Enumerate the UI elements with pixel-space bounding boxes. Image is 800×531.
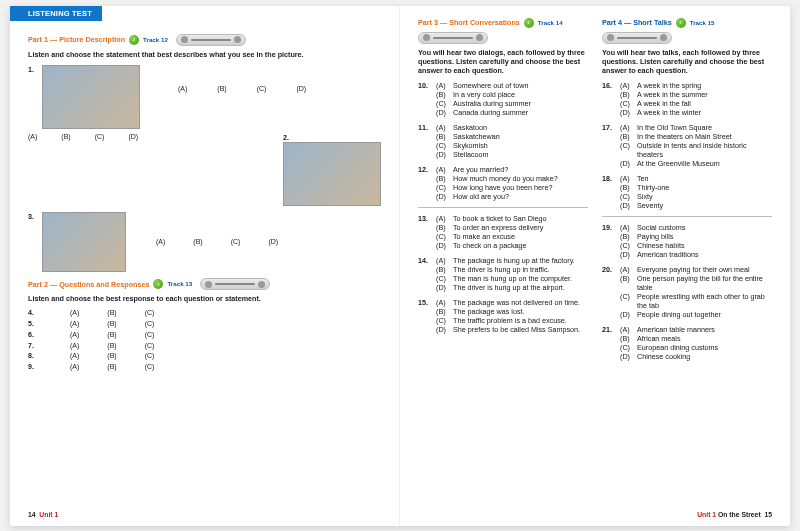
option[interactable]: (B)In a very cold place [436, 90, 586, 99]
option[interactable]: (B)One person paying the bill for the en… [620, 274, 770, 292]
option[interactable]: (A)In the Old Town Square [620, 123, 770, 132]
option[interactable]: (C)The traffic problem is a bad excuse. [436, 316, 586, 325]
option[interactable]: (D)A week in the winter [620, 108, 770, 117]
option[interactable]: (C)Chinese habits [620, 241, 770, 250]
option[interactable]: (D)American traditions [620, 250, 770, 259]
option[interactable]: (A)Ten [620, 174, 770, 183]
option[interactable]: (D)How old are you? [436, 192, 586, 201]
option[interactable]: (B)The driver is hung up in traffic. [436, 265, 586, 274]
progress-bar[interactable] [215, 283, 255, 285]
q1-opt-c[interactable]: (C) [257, 85, 267, 94]
q6-opt-b[interactable]: (B) [107, 331, 116, 340]
option-text: Outside in tents and inside historic the… [637, 141, 770, 159]
option[interactable]: (A)To book a ticket to San Diego [436, 214, 586, 223]
q2-opt-d[interactable]: (D) [128, 133, 138, 142]
q7-opt-b[interactable]: (B) [107, 342, 116, 351]
option[interactable]: (D)Canada during summer [436, 108, 586, 117]
q5-opt-c[interactable]: (C) [145, 320, 155, 329]
q3-opt-d[interactable]: (D) [268, 238, 278, 247]
q2-opt-c[interactable]: (C) [95, 133, 105, 142]
q1-opt-a[interactable]: (A) [178, 85, 187, 94]
q2-opt-b[interactable]: (B) [61, 133, 70, 142]
option[interactable]: (D)Steilacoom [436, 150, 586, 159]
q4-opt-b[interactable]: (B) [107, 309, 116, 318]
audio-player[interactable] [602, 32, 672, 44]
option[interactable]: (A)Social customs [620, 223, 770, 232]
option[interactable]: (D)Chinese cooking [620, 352, 770, 361]
option[interactable]: (B)A week in the summer [620, 90, 770, 99]
option[interactable]: (C)Skykomish [436, 141, 586, 150]
option[interactable]: (C)To make an excuse [436, 232, 586, 241]
q2-photo [283, 142, 381, 206]
q4-opt-c[interactable]: (C) [145, 309, 155, 318]
option[interactable]: (B)In the theaters on Main Street [620, 132, 770, 141]
option[interactable]: (B)Saskatchewan [436, 132, 586, 141]
progress-bar[interactable] [191, 39, 231, 41]
option[interactable]: (C)A week in the fall [620, 99, 770, 108]
volume-icon[interactable] [476, 34, 483, 41]
q9-opt-b[interactable]: (B) [107, 363, 116, 372]
audio-player[interactable] [200, 278, 270, 290]
play-icon[interactable] [205, 281, 212, 288]
progress-bar[interactable] [433, 37, 473, 39]
q9-opt-c[interactable]: (C) [145, 363, 155, 372]
q3-opt-b[interactable]: (B) [193, 238, 202, 247]
option-label: (B) [620, 274, 634, 292]
option[interactable]: (C)People wrestling with each other to g… [620, 292, 770, 310]
option[interactable]: (A)A week in the spring [620, 81, 770, 90]
q1-opt-d[interactable]: (D) [296, 85, 306, 94]
option[interactable]: (D)The driver is hung up at the airport. [436, 283, 586, 292]
option[interactable]: (C)The man is hung up on the computer. [436, 274, 586, 283]
q9-opt-a[interactable]: (A) [70, 363, 79, 372]
option[interactable]: (A)Are you married? [436, 165, 586, 174]
option[interactable]: (B)To order an express delivery [436, 223, 586, 232]
volume-icon[interactable] [234, 36, 241, 43]
option[interactable]: (A)Somewhere out of town [436, 81, 586, 90]
q2-opt-a[interactable]: (A) [28, 133, 37, 142]
q5-opt-a[interactable]: (A) [70, 320, 79, 329]
q8-opt-c[interactable]: (C) [145, 352, 155, 361]
option[interactable]: (B)How much money do you make? [436, 174, 586, 183]
option-list: (A)Saskatoon(B)Saskatchewan(C)Skykomish(… [436, 123, 586, 159]
play-icon[interactable] [181, 36, 188, 43]
play-icon[interactable] [607, 34, 614, 41]
q7-opt-a[interactable]: (A) [70, 342, 79, 351]
option[interactable]: (C)European dining customs [620, 343, 770, 352]
q5-opt-b[interactable]: (B) [107, 320, 116, 329]
option-list: (A)Social customs(B)Paying bills(C)Chine… [620, 223, 770, 259]
option[interactable]: (A)American table manners [620, 325, 770, 334]
option[interactable]: (B)The package was lost. [436, 307, 586, 316]
option[interactable]: (A)The package was not delivered on time… [436, 298, 586, 307]
q3-opt-c[interactable]: (C) [231, 238, 241, 247]
option[interactable]: (D)At the Greenville Museum [620, 159, 770, 168]
q1-opt-b[interactable]: (B) [217, 85, 226, 94]
q7-opt-c[interactable]: (C) [145, 342, 155, 351]
play-icon[interactable] [423, 34, 430, 41]
audio-player[interactable] [176, 34, 246, 46]
option[interactable]: (C)Sixty [620, 192, 770, 201]
option[interactable]: (B)Thirty-one [620, 183, 770, 192]
q3-opt-a[interactable]: (A) [156, 238, 165, 247]
option[interactable]: (B)Paying bills [620, 232, 770, 241]
option[interactable]: (C)Australia during summer [436, 99, 586, 108]
volume-icon[interactable] [660, 34, 667, 41]
volume-icon[interactable] [258, 281, 265, 288]
option[interactable]: (B)African meals [620, 334, 770, 343]
option[interactable]: (D)To check on a package [436, 241, 586, 250]
option[interactable]: (A)Saskatoon [436, 123, 586, 132]
q8-opt-b[interactable]: (B) [107, 352, 116, 361]
option[interactable]: (A)Everyone paying for their own meal [620, 265, 770, 274]
audio-player[interactable] [418, 32, 488, 44]
option[interactable]: (C)Outside in tents and inside historic … [620, 141, 770, 159]
q4-opt-a[interactable]: (A) [70, 309, 79, 318]
q8-opt-a[interactable]: (A) [70, 352, 79, 361]
option[interactable]: (A)The package is hung up at the factory… [436, 256, 586, 265]
divider [418, 207, 588, 208]
q6-opt-a[interactable]: (A) [70, 331, 79, 340]
progress-bar[interactable] [617, 37, 657, 39]
option[interactable]: (C)How long have you been here? [436, 183, 586, 192]
q6-opt-c[interactable]: (C) [145, 331, 155, 340]
option[interactable]: (D)Seventy [620, 201, 770, 210]
option[interactable]: (D)She prefers to be called Miss Sampson… [436, 325, 586, 334]
option[interactable]: (D)People dining out together [620, 310, 770, 319]
